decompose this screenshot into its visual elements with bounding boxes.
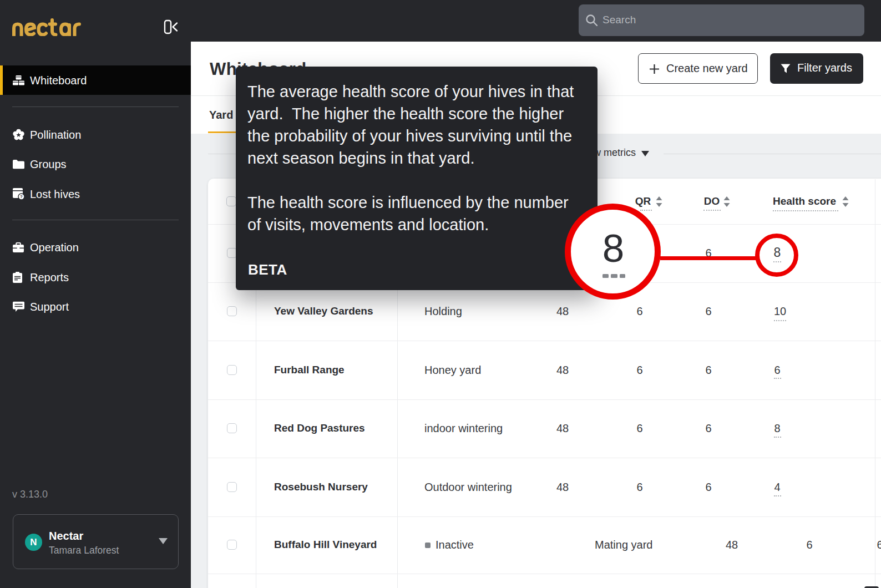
svg-text:?: ?: [20, 194, 23, 199]
